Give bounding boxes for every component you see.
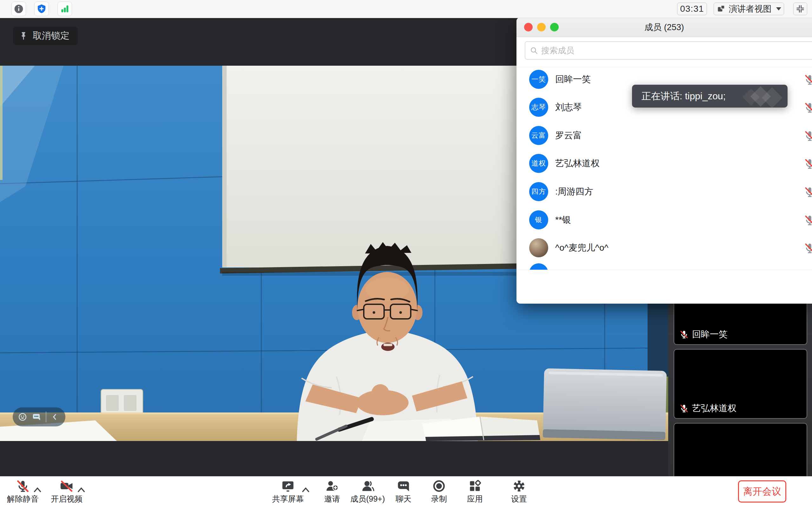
meeting-toolbar: 解除静音 开启视频 共享屏幕 <box>0 476 812 507</box>
chat-bubble-icon <box>396 479 411 493</box>
timer-text: 03:31 <box>680 4 704 14</box>
pin-icon <box>19 31 28 41</box>
mic-muted-icon <box>679 330 689 339</box>
search-box[interactable] <box>525 41 812 60</box>
captions-chat-icon[interactable] <box>32 412 41 421</box>
exit-fullscreen-button[interactable] <box>793 3 807 15</box>
leave-meeting-button[interactable]: 离开会议 <box>738 481 786 503</box>
meeting-stage: 取消锁定 <box>0 18 812 476</box>
meeting-timer: 03:31 <box>677 3 707 15</box>
close-window-button[interactable] <box>524 23 533 32</box>
mic-muted-icon <box>804 158 812 170</box>
mic-muted-icon <box>804 74 812 86</box>
camera-off-icon <box>60 479 74 493</box>
reactions-pill <box>13 407 65 427</box>
mic-muted-icon <box>804 130 812 142</box>
participants-panel: 成员 (253) 一笑 回眸一笑 <box>517 17 812 303</box>
share-screen-label: 共享屏幕 <box>263 494 313 504</box>
participant-video-tile[interactable]: 回眸一笑 <box>673 300 807 345</box>
meeting-info-button[interactable] <box>11 2 26 16</box>
share-screen-icon <box>281 479 295 493</box>
security-button[interactable] <box>34 2 49 16</box>
member-row[interactable]: ^o^麦兜儿^o^ <box>517 238 812 266</box>
member-name: :周游四方 <box>555 182 593 201</box>
apps-button[interactable]: 应用 <box>449 476 500 507</box>
member-name: **银 <box>555 210 571 229</box>
tile-name-badge: 艺弘林道权 <box>679 402 737 414</box>
active-speaker-text: 正在讲话: tippi_zou; <box>642 90 726 103</box>
avatar <box>529 238 548 257</box>
avatar: 道权 <box>529 154 548 173</box>
security-shield-icon <box>37 4 47 14</box>
search-input[interactable] <box>541 46 763 56</box>
unpin-video-button[interactable]: 取消锁定 <box>13 26 78 45</box>
member-row-partial <box>529 263 548 270</box>
avatar <box>529 263 548 270</box>
unpin-video-label: 取消锁定 <box>33 30 69 42</box>
tile-participant-name: 艺弘林道权 <box>692 402 737 414</box>
stats-icon <box>60 4 70 14</box>
chevron-down-icon <box>776 7 781 10</box>
participant-video-tile[interactable] <box>673 423 807 476</box>
view-switch-label: 演讲者视图 <box>729 3 772 15</box>
minimize-window-button[interactable] <box>537 23 546 32</box>
apps-grid-icon <box>468 479 482 493</box>
record-icon <box>432 479 446 493</box>
avatar: 志琴 <box>529 98 548 117</box>
member-row[interactable]: 云富 罗云富 <box>517 126 812 154</box>
member-name: 罗云富 <box>555 126 582 145</box>
avatar: 四方 <box>529 182 548 201</box>
video-options-chevron-up-icon[interactable] <box>77 487 85 492</box>
panel-separator <box>517 67 812 67</box>
avatar: 云富 <box>529 126 548 145</box>
apps-label: 应用 <box>449 494 500 504</box>
member-name: 刘志琴 <box>555 98 582 117</box>
top-menubar: 03:31 演讲者视图 <box>0 0 812 18</box>
settings-label: 设置 <box>494 494 544 504</box>
avatar: 银 <box>529 210 548 229</box>
active-speaker-toast: 正在讲话: tippi_zou; <box>632 85 788 108</box>
invite-person-add-icon <box>325 479 339 493</box>
layout-view-icon <box>717 4 726 13</box>
zoom-meeting-screen: 03:31 演讲者视图 <box>0 0 812 507</box>
mic-muted-icon <box>804 186 812 198</box>
mic-muted-icon <box>804 242 812 254</box>
tile-participant-name: 回眸一笑 <box>692 328 727 340</box>
member-row[interactable]: 道权 艺弘林道权 <box>517 154 812 182</box>
tile-name-badge: 回眸一笑 <box>679 328 727 340</box>
member-name: 回眸一笑 <box>555 70 591 89</box>
search-icon <box>530 46 538 55</box>
emoji-reactions-icon[interactable] <box>18 412 27 421</box>
chevron-left-icon[interactable] <box>51 413 59 421</box>
gear-icon <box>512 479 526 493</box>
mic-options-chevron-up-icon[interactable] <box>34 487 41 492</box>
panel-footer-separator <box>517 270 812 270</box>
mic-muted-icon <box>804 102 812 114</box>
participants-icon <box>361 479 375 493</box>
exit-fullscreen-icon <box>796 5 804 13</box>
settings-button[interactable]: 设置 <box>494 476 544 507</box>
mic-muted-icon <box>16 479 30 493</box>
member-name: ^o^麦兜儿^o^ <box>555 238 608 257</box>
panel-title: 成员 (253) <box>517 17 812 37</box>
view-switch-button[interactable]: 演讲者视图 <box>714 3 784 15</box>
zoom-window-button[interactable] <box>550 23 559 32</box>
mic-muted-icon <box>679 404 689 413</box>
pill-divider <box>46 411 46 422</box>
member-row[interactable]: 四方 :周游四方 <box>517 182 812 210</box>
avatar: 一笑 <box>529 70 548 89</box>
panel-titlebar[interactable]: 成员 (253) <box>517 17 812 37</box>
mic-muted-icon <box>804 214 812 226</box>
member-row[interactable]: 银 **银 <box>517 210 812 238</box>
start-video-label: 开启视频 <box>41 494 92 504</box>
member-name: 艺弘林道权 <box>555 154 600 173</box>
info-icon <box>14 4 24 14</box>
participant-video-tile[interactable]: 艺弘林道权 <box>673 349 807 419</box>
stats-button[interactable] <box>57 2 72 16</box>
